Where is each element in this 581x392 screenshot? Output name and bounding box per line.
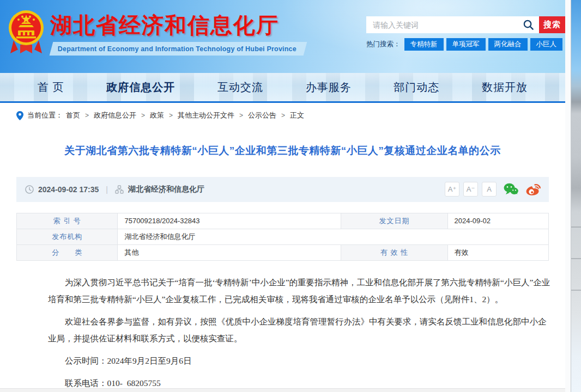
hot-search-tag[interactable]: 小巨人	[530, 38, 563, 51]
nav-item-open-data[interactable]: 数据开放	[482, 80, 528, 95]
table-row: 发布机构 湖北省经济和信息化厅	[17, 229, 549, 244]
breadcrumb-separator: >	[85, 112, 89, 119]
weibo-icon	[525, 182, 541, 196]
wechat-icon	[504, 183, 518, 195]
font-default-button[interactable]: A	[482, 182, 497, 197]
site-subtitle-band: Department of Economy and Information Te…	[50, 42, 307, 56]
breadcrumb-item-gov-info[interactable]: 政府信息公开	[94, 111, 136, 120]
site-title: 湖北省经济和信息化厅	[50, 13, 305, 37]
site-subtitle: Department of Economy and Information Te…	[58, 45, 296, 53]
nav-item-gov-info[interactable]: 政府信息公开	[106, 80, 175, 95]
location-pin-icon	[16, 111, 23, 120]
share-weibo-button[interactable]	[525, 182, 541, 196]
nav-item-interaction[interactable]: 互动交流	[217, 80, 263, 95]
national-emblem-logo	[7, 8, 45, 58]
background-window-edge	[571, 0, 581, 392]
article-body: 为深入贯彻习近平总书记关于“培育一批‘专精特新’中小企业”的重要指示精神，工业和…	[48, 274, 551, 391]
article-paragraph-publicity-period: 公示时间：2024年9月2日至9月6日	[48, 352, 551, 369]
breadcrumb-item-other-docs[interactable]: 其他主动公开文件	[178, 111, 234, 120]
category-value: 其他	[118, 244, 341, 260]
article-meta-right: A⁺ A⁻ A	[441, 182, 541, 197]
breadcrumb-item-current: 正文	[290, 111, 304, 120]
breadcrumb-separator: >	[239, 112, 243, 119]
window-gap	[565, 0, 571, 392]
share-wechat-button[interactable]	[504, 183, 518, 195]
meta-separator: |	[106, 185, 108, 194]
table-row: 索 引 号 757009218/2024-32843 发文日期 2024-09-…	[17, 213, 549, 229]
breadcrumb-separator: >	[169, 112, 173, 119]
breadcrumb-item-policy[interactable]: 政策	[150, 111, 164, 120]
document-info-table: 索 引 号 757009218/2024-32843 发文日期 2024-09-…	[16, 213, 549, 261]
search-input-wrap	[366, 16, 539, 33]
search-box: 搜索	[366, 16, 565, 33]
hot-search-tag[interactable]: 专精特新	[404, 38, 444, 51]
header-search-area: 搜索 热门搜索： 专精特新 单项冠军 两化融合 小巨人 绿色工厂	[366, 16, 565, 51]
site-banner: 湖北省经济和信息化厅 Department of Economy and Inf…	[0, 0, 565, 73]
article-paragraph: 欢迎社会各界参与监督，如有异议，按照《优质中小企业梯度培育管理暂行办法》中有关要…	[48, 313, 551, 347]
article-title: 关于湖北省第六批专精特新“小巨人”企业和第三批专精特新“小巨人”复核通过企业名单…	[33, 143, 532, 158]
category-label: 分 类	[17, 244, 118, 260]
index-number-label: 索 引 号	[17, 213, 118, 229]
hot-search-tag[interactable]: 两化融合	[488, 38, 528, 51]
issue-date-value: 2024-09-02	[447, 213, 548, 229]
nav-item-home[interactable]: 首 页	[38, 80, 64, 95]
font-decrease-button[interactable]: A⁻	[463, 182, 478, 197]
breadcrumb-item-home[interactable]: 首页	[66, 111, 80, 120]
publisher-value: 湖北省经济和信息化厅	[118, 229, 549, 244]
validity-value: 有效	[447, 244, 548, 260]
clock-icon	[25, 185, 34, 194]
search-icon[interactable]	[523, 19, 534, 30]
nav-item-department-news[interactable]: 部门动态	[394, 80, 439, 95]
breadcrumb: 当前位置： 首页 > 政府信息公开 > 政策 > 其他主动公开文件 > 公示公告…	[16, 103, 549, 126]
search-button[interactable]: 搜索	[539, 16, 565, 33]
article-meta-left: 2024-09-02 17:35 | 湖北省经济和信息化厅	[25, 185, 204, 194]
breadcrumb-separator: >	[281, 112, 285, 119]
breadcrumb-label: 当前位置：	[27, 111, 63, 120]
article-main: 当前位置： 首页 > 政府信息公开 > 政策 > 其他主动公开文件 > 公示公告…	[0, 103, 565, 391]
article-meta-bar: 2024-09-02 17:35 | 湖北省经济和信息化厅 A⁺ A⁻ A	[16, 177, 549, 202]
page-bottom-edge	[0, 388, 571, 392]
breadcrumb-separator: >	[141, 112, 145, 119]
issue-date-label: 发文日期	[341, 213, 447, 229]
hot-search-tag[interactable]: 单项冠军	[446, 38, 486, 51]
source-org-icon	[115, 185, 124, 194]
site-page: 湖北省经济和信息化厅 Department of Economy and Inf…	[0, 0, 565, 392]
breadcrumb-item-announcements[interactable]: 公示公告	[248, 111, 276, 120]
hot-search-label: 热门搜索：	[366, 40, 401, 49]
national-emblem-icon	[7, 8, 45, 58]
publish-datetime: 2024-09-02 17:35	[38, 185, 99, 194]
publisher-label: 发布机构	[17, 229, 118, 244]
article-source: 湖北省经济和信息化厅	[128, 185, 204, 194]
nav-item-services[interactable]: 办事服务	[306, 80, 352, 95]
hot-search-row: 热门搜索： 专精特新 单项冠军 两化融合 小巨人 绿色工厂	[366, 38, 565, 51]
index-number-value: 757009218/2024-32843	[118, 213, 341, 229]
site-identity: 湖北省经济和信息化厅 Department of Economy and Inf…	[50, 13, 305, 56]
validity-label: 有 效 性	[341, 244, 447, 260]
search-input[interactable]	[366, 16, 539, 33]
table-row: 分 类 其他 有 效 性 有效	[17, 244, 549, 260]
font-increase-button[interactable]: A⁺	[445, 182, 459, 197]
article-paragraph: 为深入贯彻习近平总书记关于“培育一批‘专精特新’中小企业”的重要指示精神，工业和…	[48, 274, 551, 308]
main-nav: 首 页 政府信息公开 互动交流 办事服务 部门动态 数据开放	[0, 73, 565, 101]
